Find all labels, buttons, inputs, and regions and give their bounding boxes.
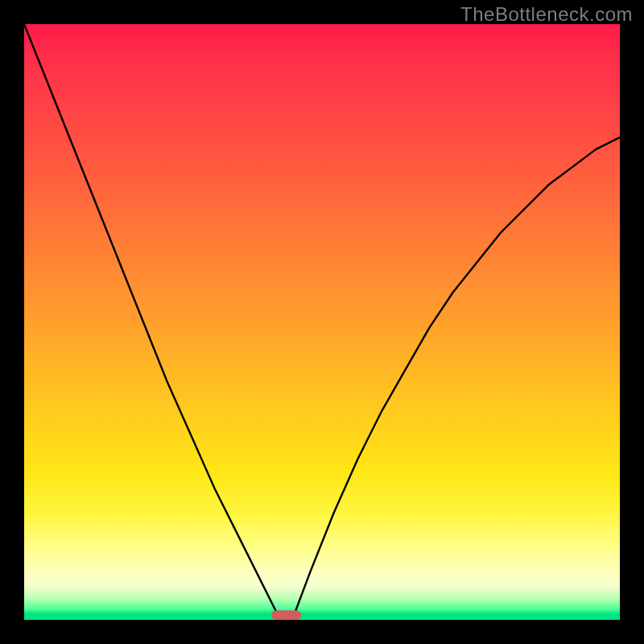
curve-left xyxy=(24,24,280,620)
minimum-marker xyxy=(271,610,301,620)
plot-svg xyxy=(24,24,620,620)
chart-frame: TheBottleneck.com xyxy=(0,0,644,644)
watermark-text: TheBottleneck.com xyxy=(460,3,633,26)
plot-area xyxy=(24,24,620,620)
curve-right xyxy=(292,138,620,620)
